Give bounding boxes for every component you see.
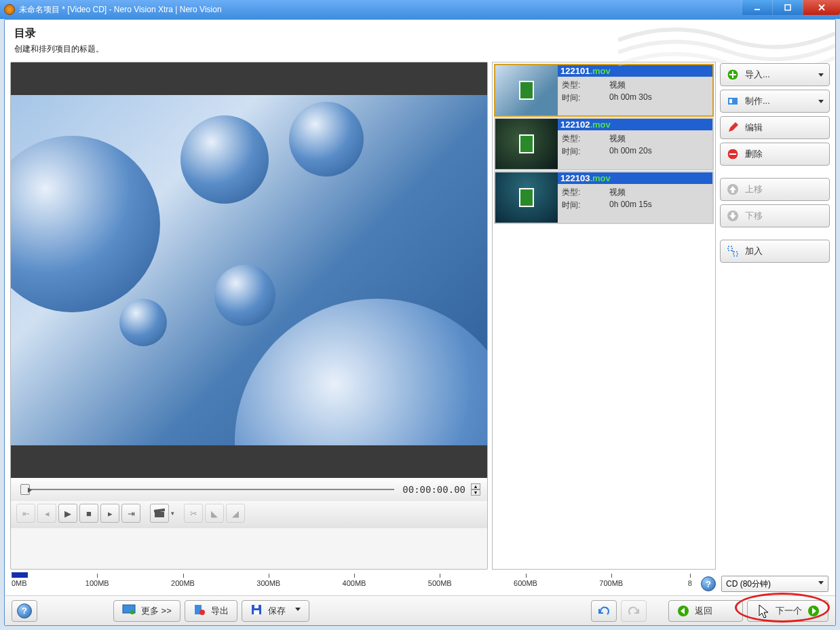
undo-icon	[598, 605, 610, 617]
cut-button[interactable]: ✂	[184, 504, 203, 523]
film-icon	[519, 81, 534, 100]
svg-rect-0	[755, 9, 760, 10]
next-button[interactable]: 下一个	[747, 600, 828, 622]
move-up-button[interactable]: 上移	[720, 178, 830, 201]
asset-type-value: 视频	[609, 79, 708, 91]
export-icon	[193, 604, 206, 618]
capacity-ruler-row: 0MB 100MB 200MB 300MB 400MB 500MB 600MB …	[12, 572, 828, 595]
arrow-up-icon	[726, 183, 740, 196]
join-icon	[726, 244, 740, 258]
asset-type-value: 视频	[609, 187, 708, 198]
mark-out-button[interactable]: ⇥	[121, 504, 140, 523]
join-button[interactable]: 加入	[720, 240, 830, 263]
asset-thumbnail	[495, 65, 558, 115]
svg-rect-11	[728, 246, 732, 251]
content-row: 00:00:00.00 ▲▼ ⇤ ◂ ▶ ■ ▸ ⇥ ▾ ✂ ◣ ◢	[5, 59, 835, 570]
redo-icon	[628, 605, 640, 617]
timeline-row: 00:00:00.00 ▲▼	[11, 478, 487, 501]
asset-time-label: 时间:	[562, 146, 609, 158]
help-icon[interactable]: ?	[701, 576, 716, 591]
maximize-button[interactable]	[772, 0, 803, 15]
letterbox-bottom	[11, 445, 487, 478]
svg-rect-1	[785, 5, 790, 10]
video-preview[interactable]	[11, 62, 487, 478]
help-button[interactable]: ?	[12, 600, 37, 622]
asset-info: 122103.mov 类型:视频 时间:0h 00m 15s	[558, 172, 712, 223]
save-button[interactable]: 保存	[242, 600, 309, 622]
preview-panel: 00:00:00.00 ▲▼ ⇤ ◂ ▶ ■ ▸ ⇥ ▾ ✂ ◣ ◢	[10, 62, 488, 570]
side-actions: 导入... 制作... 编辑 删除 上移 下移	[720, 62, 830, 570]
asset-time-label: 时间:	[562, 92, 609, 104]
make-button[interactable]: 制作...	[720, 90, 830, 113]
asset-panel: 122101.mov 类型:视频 时间:0h 00m 30s 122102.mo…	[492, 62, 716, 570]
clapper-button[interactable]	[150, 504, 169, 523]
svg-point-16	[199, 610, 205, 615]
pencil-icon	[726, 121, 740, 134]
svg-rect-12	[733, 252, 738, 256]
next-frame-button[interactable]: ▸	[100, 504, 119, 523]
letterbox-top	[11, 62, 487, 95]
move-down-button[interactable]: 下移	[720, 204, 830, 227]
capacity-used	[12, 572, 28, 578]
export-button[interactable]: 导出	[185, 600, 237, 622]
asset-time-label: 时间:	[562, 200, 609, 211]
stop-button[interactable]: ■	[79, 504, 98, 523]
asset-time-value: 0h 00m 30s	[609, 92, 708, 104]
transport-row: ⇤ ◂ ▶ ■ ▸ ⇥ ▾ ✂ ◣ ◢	[11, 501, 487, 528]
window-controls	[742, 0, 840, 15]
page-subtitle: 创建和排列项目的标题。	[14, 43, 826, 55]
plus-icon	[726, 68, 740, 81]
more-button[interactable]: 更多 >>	[113, 600, 180, 622]
asset-name: 122103.mov	[558, 172, 712, 184]
capacity-ruler[interactable]: 0MB 100MB 200MB 300MB 400MB 500MB 600MB …	[12, 572, 697, 593]
import-button[interactable]: 导入...	[720, 63, 830, 86]
asset-item[interactable]: 122102.mov 类型:视频 时间:0h 00m 20s	[494, 117, 714, 170]
timecode-stepper[interactable]: ▲▼	[471, 483, 480, 496]
prev-marker-button[interactable]: ◣	[205, 504, 224, 523]
asset-type-label: 类型:	[562, 133, 609, 145]
film-icon	[519, 134, 534, 153]
asset-thumbnail	[495, 172, 558, 223]
play-button[interactable]: ▶	[58, 504, 77, 523]
arrow-right-icon	[807, 605, 820, 617]
undo-button[interactable]	[591, 600, 617, 622]
edit-button[interactable]: 编辑	[720, 116, 830, 139]
svg-point-14	[130, 610, 134, 614]
close-button[interactable]	[803, 0, 840, 15]
asset-name: 122101.mov	[558, 65, 712, 77]
asset-info: 122102.mov 类型:视频 时间:0h 00m 20s	[558, 119, 712, 169]
asset-info: 122101.mov 类型:视频 时间:0h 00m 30s	[558, 65, 712, 115]
window-title: 未命名项目 * [Video CD] - Nero Vision Xtra | …	[19, 4, 222, 16]
titlebar: 未命名项目 * [Video CD] - Nero Vision Xtra | …	[0, 0, 840, 19]
make-icon	[726, 94, 740, 108]
arrow-down-icon	[726, 209, 740, 223]
asset-item[interactable]: 122101.mov 类型:视频 时间:0h 00m 30s	[494, 64, 714, 117]
back-button[interactable]: 返回	[668, 600, 743, 622]
asset-time-value: 0h 00m 20s	[609, 146, 708, 158]
app-body: 目录 创建和排列项目的标题。 00:	[4, 19, 836, 626]
asset-name: 122102.mov	[558, 119, 712, 130]
minimize-button[interactable]	[742, 0, 772, 15]
timecode: 00:00:00.00	[402, 484, 465, 495]
app-icon	[4, 4, 15, 15]
svg-rect-2	[155, 512, 164, 517]
arrow-left-icon	[677, 605, 689, 617]
timeline-thumb[interactable]	[20, 484, 30, 495]
help-icon: ?	[17, 604, 32, 618]
asset-type-value: 视频	[609, 133, 708, 145]
delete-button[interactable]: 删除	[720, 143, 830, 166]
timeline-track[interactable]	[18, 485, 398, 494]
bottom-bar: ? 更多 >> 导出 保存 返回 下一个	[5, 595, 835, 625]
mark-in-button[interactable]: ⇤	[16, 504, 35, 523]
next-marker-button[interactable]: ◢	[226, 504, 245, 523]
video-frame	[11, 95, 487, 445]
monitor-icon	[122, 604, 136, 617]
prev-frame-button[interactable]: ◂	[37, 504, 56, 523]
asset-item[interactable]: 122103.mov 类型:视频 时间:0h 00m 15s	[494, 171, 714, 224]
svg-rect-18	[254, 610, 259, 614]
film-icon	[519, 188, 534, 207]
asset-time-value: 0h 00m 15s	[609, 200, 708, 211]
redo-button[interactable]	[621, 600, 647, 622]
floppy-icon	[250, 604, 263, 618]
media-select[interactable]: CD (80分钟)	[721, 576, 828, 592]
